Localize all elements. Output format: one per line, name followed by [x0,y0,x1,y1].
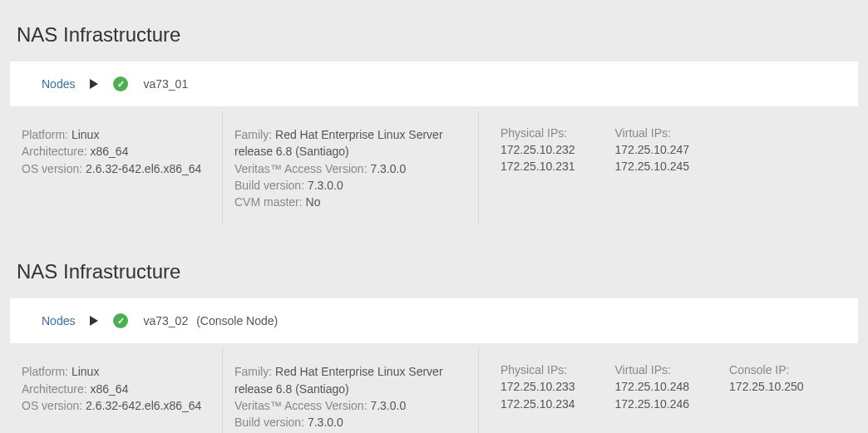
status-ok-icon: ✓ [113,313,128,328]
console-ip-label: Console IP: [729,363,804,376]
ip-value: 172.25.10.234 [501,396,575,412]
physical-ips: Physical IPs:172.25.10.232172.25.10.231 [501,126,575,210]
ip-value: 172.25.10.246 [615,396,690,412]
details-col-release: Family: Red Hat Enterprise Linux Server … [223,348,479,433]
os-version-row-value: 2.6.32-642.el6.x86_64 [86,162,201,175]
build-version-row-value: 7.3.0.0 [308,416,343,429]
node-suffix: (Console Node) [196,314,278,327]
nas-infrastructure-panel: NAS InfrastructureNodes✓va73_01Platform:… [0,0,868,237]
virtual-ips-label: Virtual IPs: [615,126,690,140]
build-version-row-label: Build version: [234,179,304,192]
family-row: Family: Red Hat Enterprise Linux Server … [234,363,466,397]
platform-row-label: Platform: [22,365,68,378]
console-ip: Console IP:172.25.10.250 [729,363,804,433]
ip-value: 172.25.10.233 [501,378,575,395]
node-details: Platform: LinuxArchitecture: x86_64OS ve… [10,343,858,433]
family-row-label: Family: [234,365,272,378]
ip-value: 172.25.10.245 [615,158,690,175]
build-version-row-value: 7.3.0.0 [308,179,343,192]
node-name: va73_01 [143,77,188,91]
cvm-master-row: CVM master: No [234,194,466,210]
virtual-ips-label: Virtual IPs: [615,363,690,376]
build-version-row: Build version: 7.3.0.0 [234,414,466,431]
details-col-system: Platform: LinuxArchitecture: x86_64OS ve… [10,111,223,225]
os-version-row-value: 2.6.32-642.el6.x86_64 [86,399,201,412]
nodes-link[interactable]: Nodes [42,314,75,327]
access-version-row-label: Veritas™ Access Version: [234,162,367,175]
node-header: Nodes✓va73_02(Console Node) [10,298,858,343]
architecture-row: Architecture: x86_64 [22,381,210,397]
build-version-row: Build version: 7.3.0.0 [234,177,466,194]
virtual-ips: Virtual IPs:172.25.10.247172.25.10.245 [615,126,690,210]
platform-row: Platform: Linux [22,126,210,143]
access-version-row-value: 7.3.0.0 [370,162,406,175]
ip-value: 172.25.10.231 [501,158,575,175]
build-version-row-label: Build version: [234,416,304,429]
ip-value: 172.25.10.232 [501,141,575,158]
access-version-row: Veritas™ Access Version: 7.3.0.0 [234,160,466,177]
ip-value: 172.25.10.248 [615,378,690,395]
architecture-row-value: x86_64 [90,145,128,158]
access-version-row: Veritas™ Access Version: 7.3.0.0 [234,397,466,414]
play-icon[interactable] [90,316,98,326]
os-version-row: OS version: 2.6.32-642.el6.x86_64 [22,160,210,177]
panel-title: NAS Infrastructure [10,0,858,62]
details-col-release: Family: Red Hat Enterprise Linux Server … [223,111,479,225]
platform-row-value: Linux [72,128,99,141]
panel-title: NAS Infrastructure [10,237,858,298]
node-details: Platform: LinuxArchitecture: x86_64OS ve… [10,106,858,225]
architecture-row-value: x86_64 [90,382,128,396]
details-col-ips: Physical IPs:172.25.10.233172.25.10.234V… [479,348,858,433]
physical-ips-label: Physical IPs: [501,363,575,376]
cvm-master-row-value: No [306,195,321,209]
architecture-row-label: Architecture: [22,382,87,396]
details-col-ips: Physical IPs:172.25.10.232172.25.10.231V… [479,111,858,225]
platform-row: Platform: Linux [22,363,210,380]
family-row-label: Family: [234,128,272,141]
os-version-row-label: OS version: [22,162,82,175]
physical-ips: Physical IPs:172.25.10.233172.25.10.234 [501,363,575,433]
architecture-row: Architecture: x86_64 [22,143,210,160]
os-version-row-label: OS version: [22,399,82,412]
status-ok-icon: ✓ [113,76,128,91]
architecture-row-label: Architecture: [22,145,87,158]
ip-value: 172.25.10.247 [615,141,690,158]
node-name: va73_02 [143,314,188,327]
os-version-row: OS version: 2.6.32-642.el6.x86_64 [22,397,210,414]
access-version-row-label: Veritas™ Access Version: [234,399,367,412]
virtual-ips: Virtual IPs:172.25.10.248172.25.10.246 [615,363,690,433]
details-col-system: Platform: LinuxArchitecture: x86_64OS ve… [10,348,223,433]
ip-value: 172.25.10.250 [729,378,804,395]
family-row: Family: Red Hat Enterprise Linux Server … [234,126,466,160]
nodes-link[interactable]: Nodes [42,77,75,91]
cvm-master-row-label: CVM master: [234,195,303,209]
access-version-row-value: 7.3.0.0 [370,399,406,412]
node-header: Nodes✓va73_01 [10,62,858,106]
nas-infrastructure-panel: NAS InfrastructureNodes✓va73_02(Console … [0,237,868,433]
platform-row-label: Platform: [22,128,68,141]
play-icon[interactable] [90,79,98,89]
physical-ips-label: Physical IPs: [501,126,575,140]
platform-row-value: Linux [72,365,99,378]
